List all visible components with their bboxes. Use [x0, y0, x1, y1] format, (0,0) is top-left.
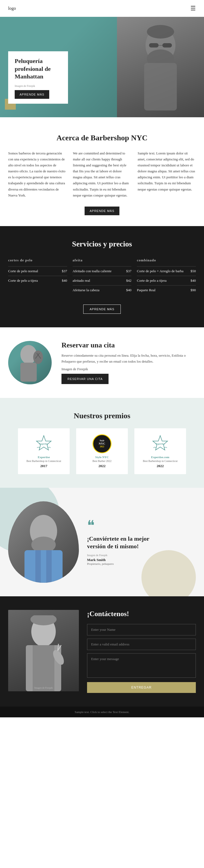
service-item-1-2: Afeitarse la cabeza$40 — [73, 285, 132, 295]
awards-section: Nuestros premios Expertise ExpertiseBest… — [0, 398, 204, 488]
service-name: Afeitarse la cabeza — [73, 288, 100, 292]
svg-point-6 — [147, 25, 174, 38]
booking-credit: Imagen de Freepik — [61, 366, 196, 372]
hero-image-credit: Imagen de Freepik — [15, 85, 61, 87]
award-card-0: Expertise ExpertiseBest Barbershop in Co… — [18, 428, 70, 474]
contact-form: ¡Contáctenos! Entregar — [87, 610, 196, 693]
services-cta-container: APRENDE MÁS — [8, 305, 196, 314]
award-badge-2: Expertise — [151, 434, 170, 453]
contact-inner: Imagen de Freepik ¡Contáctenos! Entregar — [8, 610, 196, 693]
svg-point-9 — [33, 350, 43, 364]
awards-row: Expertise ExpertiseBest Barbershop in Co… — [8, 428, 196, 474]
booking-image — [8, 341, 52, 384]
service-item-1-0: Afeitado con toalla caliente$37 — [73, 266, 132, 276]
testimonial-image-credit: Imagen de Freepik — [87, 554, 158, 557]
testimonial-title: ¡Conviértete en la mejor versión de ti m… — [87, 535, 158, 551]
svg-rect-24 — [33, 645, 54, 691]
service-col-0: Cortes de peloCorte de pelo normal$37Cor… — [8, 258, 67, 295]
award-sub-1: Best Barber 2022 — [81, 460, 123, 463]
navbar: logo ☰ — [0, 0, 204, 17]
service-item-2-0: Corte de pelo + Arreglo de barba$50 — [137, 266, 196, 276]
contact-image: Imagen de Freepik — [8, 610, 79, 691]
svg-rect-1 — [149, 43, 159, 48]
svg-rect-2 — [162, 43, 172, 48]
service-price: $40 — [62, 278, 67, 283]
logo: logo — [8, 6, 16, 11]
service-price: $50 — [191, 269, 196, 273]
about-col-2: We are committed and determined to make … — [73, 150, 131, 198]
service-item-0-0: Corte de pelo normal$37 — [8, 266, 67, 276]
awards-title: Nuestros premios — [8, 411, 196, 420]
booking-section: Reservar una cita Reserve cómodamente su… — [0, 327, 204, 398]
svg-text:Expertise: Expertise — [156, 443, 165, 445]
svg-rect-20 — [46, 550, 52, 583]
service-price: $40 — [191, 278, 196, 283]
hero-section: Peluquería profesional de Manhattan Imag… — [0, 17, 204, 117]
hero-cta-button[interactable]: APRENDE MÁS — [15, 90, 49, 99]
service-price: $90 — [191, 288, 196, 292]
service-col-2: combinadoCorte de pelo + Arreglo de barb… — [137, 258, 196, 295]
testimonial-section: ❝ ¡Conviértete en la mejor versión de ti… — [0, 488, 204, 596]
testimonial-role: Propietario, peluquero — [87, 562, 158, 565]
award-badge-1: StyleNYC2022 — [93, 434, 111, 453]
service-item-2-2: Paquete Real$90 — [137, 285, 196, 295]
contact-submit-button[interactable]: Entregar — [87, 682, 196, 693]
award-card-2: Expertise Expertise.comBest Barbershop i… — [134, 428, 186, 474]
service-item-1-1: afeitado real$42 — [73, 276, 132, 285]
about-col-3: Sample text. Lorem ipsum dolor sit amet,… — [137, 150, 196, 198]
services-cta-button[interactable]: APRENDE MÁS — [83, 305, 121, 314]
hero-text-box: Peluquería profesional de Manhattan Imag… — [8, 51, 68, 104]
service-name: Corte de pelo a tijera — [8, 278, 38, 283]
service-item-0-1: Corte de pelo a tijera$40 — [8, 276, 67, 285]
award-year-0: 2017 — [23, 464, 65, 468]
services-title: Servicios y precios — [8, 240, 196, 248]
quote-mark: ❝ — [87, 519, 158, 533]
service-col-1: afeitaAfeitado con toalla caliente$37afe… — [73, 258, 132, 295]
about-cta-container: APRENDE MÁS — [8, 207, 196, 215]
contact-message-input[interactable] — [87, 653, 196, 678]
services-section: Servicios y precios Cortes de peloCorte … — [0, 226, 204, 327]
service-name: Corte de pelo normal — [8, 269, 38, 273]
service-item-2-1: Corte de pelo a tijera$40 — [137, 276, 196, 285]
services-columns: Cortes de peloCorte de pelo normal$37Cor… — [8, 258, 196, 295]
about-section: Acerca de Barbershop NYC Somos barberos … — [0, 117, 204, 226]
about-columns: Somos barberos de tercera generación con… — [8, 150, 196, 198]
svg-rect-8 — [20, 363, 37, 382]
award-sub-2: Best Barbershop in Connecticut — [139, 460, 181, 463]
award-name-2: Expertise.com — [139, 456, 181, 459]
testimonial-author: Mark Smith — [87, 558, 158, 562]
service-price: $37 — [62, 269, 67, 273]
service-name: Paquete Real — [137, 288, 155, 292]
testimonial-photo — [8, 501, 79, 583]
contact-email-input[interactable] — [87, 639, 196, 650]
service-heading-2: combinado — [137, 258, 196, 262]
svg-rect-19 — [35, 550, 41, 583]
contact-image-credit: Imagen de Freepik — [8, 686, 79, 689]
contact-section: Imagen de Freepik ¡Contáctenos! Entregar — [0, 596, 204, 707]
service-name: afeitado real — [73, 278, 90, 283]
booking-cta-button[interactable]: RESERVAR UNA CITA — [61, 374, 108, 384]
contact-name-input[interactable] — [87, 624, 196, 636]
service-name: Afeitado con toalla caliente — [73, 269, 111, 273]
service-heading-1: afeita — [73, 258, 132, 262]
service-name: Corte de pelo + Arreglo de barba — [137, 269, 183, 273]
footer-text: Sample text. Click to select the Text El… — [75, 710, 129, 714]
hero-image — [117, 17, 204, 117]
about-cta-button[interactable]: APRENDE MÁS — [84, 207, 119, 215]
hero-title: Peluquería profesional de Manhattan — [15, 57, 61, 81]
svg-rect-18 — [24, 550, 62, 583]
service-price: $40 — [126, 288, 132, 292]
award-name-1: Style NYC — [81, 456, 123, 459]
testimonial-inner: ❝ ¡Conviértete en la mejor versión de ti… — [8, 501, 196, 583]
svg-text:Expertise: Expertise — [40, 443, 48, 445]
award-year-2: 2022 — [139, 464, 181, 468]
about-col-1: Somos barberos de tercera generación con… — [8, 150, 67, 198]
service-heading-0: Cortes de pelo — [8, 258, 67, 262]
testimonial-content: ❝ ¡Conviértete en la mejor versión de ti… — [87, 519, 158, 565]
svg-rect-5 — [144, 63, 177, 111]
award-badge-0: Expertise — [34, 434, 53, 453]
service-name: Corte de pelo a tijera — [137, 278, 167, 283]
booking-title: Reservar una cita — [61, 341, 196, 349]
service-price: $37 — [126, 269, 132, 273]
hamburger-icon[interactable]: ☰ — [190, 5, 196, 12]
